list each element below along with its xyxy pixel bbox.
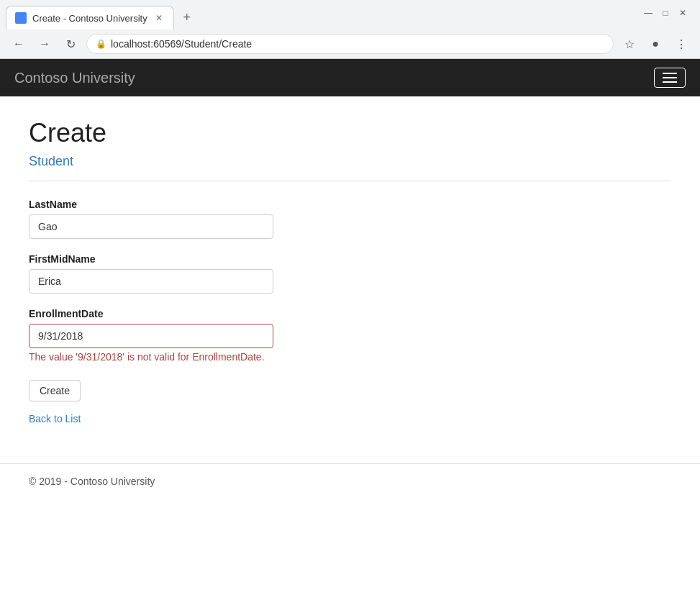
refresh-button[interactable]: ↻ (60, 34, 81, 54)
forward-button[interactable]: → (35, 34, 55, 54)
lock-icon: 🔒 (96, 39, 106, 49)
tab-title: Create - Contoso University (32, 13, 147, 24)
first-mid-name-input[interactable] (29, 269, 273, 294)
app-navbar: Contoso University (0, 59, 700, 96)
enrollment-date-group: EnrollmentDate The value '9/31/2018' is … (29, 308, 671, 363)
page-subtitle: Student (29, 154, 671, 169)
form-divider (29, 181, 671, 181)
page-title: Create (29, 118, 671, 148)
bookmark-icon[interactable]: ☆ (619, 34, 640, 54)
account-icon[interactable]: ● (645, 34, 665, 54)
last-name-input[interactable] (29, 214, 273, 239)
minimize-button[interactable]: — (642, 7, 654, 19)
maximize-button[interactable]: □ (660, 7, 671, 19)
navbar-toggle-button[interactable] (654, 68, 686, 88)
browser-menu-icon[interactable]: ⋮ (671, 34, 691, 54)
new-tab-button[interactable]: + (177, 8, 197, 28)
first-mid-name-group: FirstMidName (29, 253, 671, 294)
first-mid-name-label: FirstMidName (29, 253, 671, 265)
url-text: localhost:60569/Student/Create (111, 38, 604, 50)
hamburger-icon-line3 (663, 81, 677, 83)
tab-favicon (15, 12, 27, 24)
hamburger-icon-line1 (663, 73, 677, 74)
last-name-label: LastName (29, 199, 671, 210)
back-to-list-link[interactable]: Back to List (29, 413, 671, 424)
page-footer: © 2019 - Contoso University (0, 463, 700, 499)
create-button[interactable]: Create (29, 380, 81, 401)
enrollment-date-label: EnrollmentDate (29, 308, 671, 319)
browser-tab[interactable]: Create - Contoso University ✕ (6, 6, 174, 29)
enrollment-date-input[interactable] (29, 324, 273, 348)
app-brand[interactable]: Contoso University (14, 70, 135, 86)
hamburger-icon-line2 (663, 77, 677, 78)
tab-close-button[interactable]: ✕ (153, 12, 165, 24)
address-bar[interactable]: 🔒 localhost:60569/Student/Create (86, 34, 614, 54)
last-name-group: LastName (29, 199, 671, 239)
validation-error-message: The value '9/31/2018' is not valid for E… (29, 351, 671, 363)
footer-text: © 2019 - Contoso University (29, 476, 155, 487)
close-button[interactable]: ✕ (677, 7, 688, 19)
page-content: Create Student LastName FirstMidName Enr… (0, 96, 700, 463)
back-button[interactable]: ← (9, 34, 29, 54)
